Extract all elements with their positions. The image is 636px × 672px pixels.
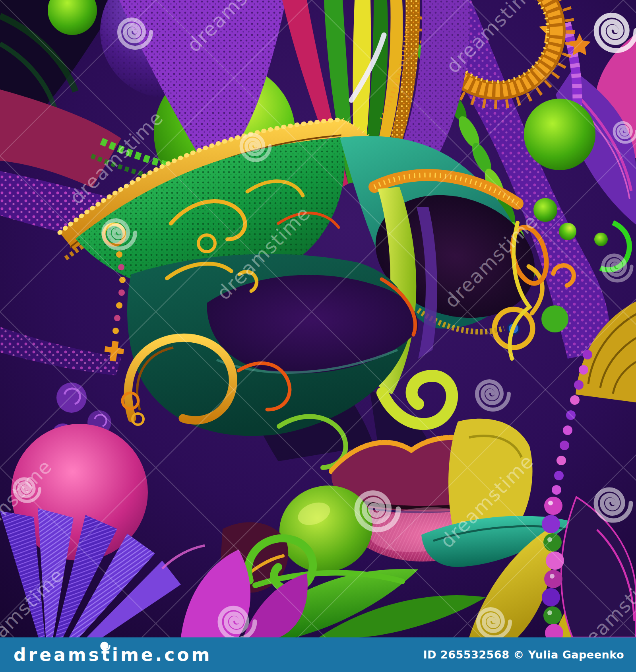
footer-bar: dreamstime.com ID 265532568 © Yulia Gape… [0,637,636,672]
dreamstime-logo-text: dreamstime.com [14,645,212,665]
carnival-mask-illustration [0,0,636,637]
mardi-gras-mask-artwork: dreamstime dreamstime dreamstime dreamst… [0,0,636,637]
dreamstime-logo: dreamstime.com [14,646,212,664]
stock-photo-page: dreamstime dreamstime dreamstime dreamst… [0,0,636,672]
dreamstime-logo-spiral-icon [100,641,111,651]
image-credit-text: ID 265532568 © Yulia Gapeenko [423,649,624,661]
